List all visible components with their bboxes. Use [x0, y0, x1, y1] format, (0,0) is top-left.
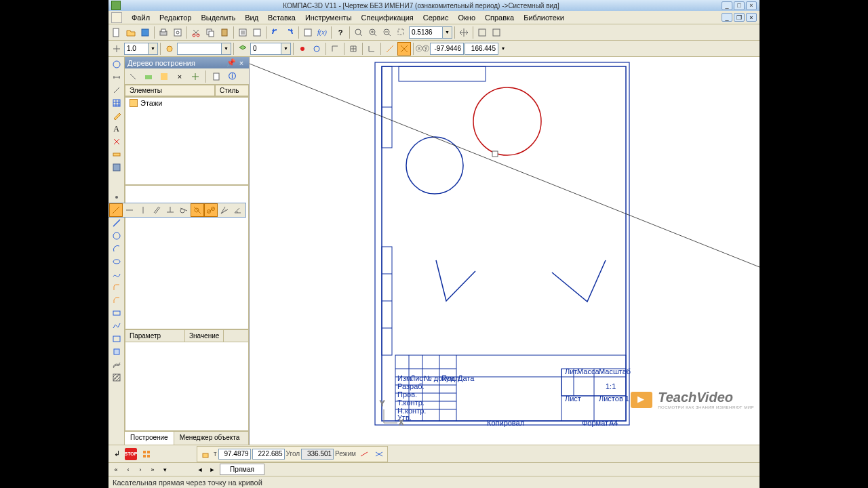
aux-horizontal-line[interactable] [123, 203, 136, 217]
lcs-button[interactable] [365, 42, 378, 56]
ortho-button[interactable] [328, 42, 342, 56]
manager-button[interactable] [301, 26, 315, 39]
panel-btn-3[interactable] [157, 70, 171, 83]
snap-button-1[interactable] [296, 42, 309, 56]
zoom-fit-button[interactable] [352, 26, 366, 39]
layer-combo[interactable]: ▼ [250, 43, 291, 55]
nav-first[interactable]: « [111, 465, 121, 474]
panel-btn-6[interactable] [210, 70, 223, 83]
redo-button[interactable] [283, 26, 296, 39]
zoom-input[interactable] [409, 26, 443, 39]
layer-input[interactable] [250, 43, 281, 55]
doc-close-button[interactable]: × [746, 13, 757, 22]
geometry-tool[interactable] [110, 58, 123, 70]
tree-col-style[interactable]: Стиль [215, 85, 249, 96]
layer-button[interactable] [236, 42, 250, 56]
chamfer-tool[interactable] [110, 294, 123, 306]
state-button-1[interactable] [163, 42, 176, 56]
point1-lock-button[interactable] [199, 447, 212, 461]
nav-last[interactable]: » [148, 465, 157, 474]
param-col-value[interactable]: Значение [185, 330, 224, 342]
spline-tool[interactable] [110, 268, 123, 281]
refresh-button[interactable] [475, 26, 489, 39]
t1-input[interactable] [218, 449, 251, 460]
edit-tool[interactable] [110, 110, 123, 122]
param-tool[interactable] [110, 136, 123, 148]
point-tool[interactable] [110, 191, 123, 203]
track-button-2[interactable] [397, 42, 411, 56]
menu-tools[interactable]: Инструменты [301, 12, 356, 23]
cut-button[interactable] [189, 26, 203, 39]
t2-input[interactable] [252, 449, 285, 460]
nav-prev[interactable]: ‹ [123, 465, 133, 474]
auto-create-button[interactable] [140, 447, 153, 461]
panel-delete-button[interactable]: × [173, 70, 186, 83]
mode-button-2[interactable] [372, 447, 386, 461]
mode-button-1[interactable] [357, 447, 371, 461]
zoom-out-button[interactable] [380, 26, 394, 39]
scale-combo[interactable]: ▼ [124, 43, 158, 55]
maximize-button[interactable]: □ [734, 1, 745, 10]
aux-arbitrary-line[interactable] [109, 203, 123, 217]
panel-pin-button[interactable]: 📌 [226, 58, 236, 67]
aux-angle-line[interactable] [231, 203, 245, 217]
panel-btn-1[interactable] [126, 70, 140, 83]
panel-tab-build[interactable]: Построение [125, 432, 174, 445]
circle-tool[interactable] [110, 230, 123, 242]
menu-help[interactable]: Справка [481, 12, 518, 23]
menu-file[interactable]: Файл [127, 12, 154, 23]
copy-props-button[interactable] [250, 26, 264, 39]
menu-insert[interactable]: Вставка [264, 12, 300, 23]
zoom-in-button[interactable] [366, 26, 380, 39]
param-col-param[interactable]: Параметр [125, 330, 185, 342]
close-button[interactable]: × [746, 1, 757, 10]
open-button[interactable] [124, 26, 138, 39]
create-object-button[interactable]: ↲ [111, 449, 122, 460]
arc-tool[interactable] [110, 243, 123, 255]
drawing-canvas[interactable]: Лит.МассаМасштаб 1:1 ЛистЛистов 1 Копиро… [250, 57, 760, 445]
contour-tool[interactable] [110, 346, 123, 358]
line-tool[interactable] [110, 217, 123, 229]
preview-button[interactable] [171, 26, 184, 39]
menu-service[interactable]: Сервис [419, 12, 453, 23]
aux-tangent-ext-line[interactable] [177, 203, 191, 217]
state-input[interactable] [177, 43, 222, 55]
menu-view[interactable]: Вид [241, 12, 262, 23]
new-button[interactable] [110, 26, 123, 39]
scroll-right[interactable]: ► [208, 465, 217, 474]
variables-button[interactable]: f(x) [315, 26, 329, 39]
tangent-point-marker[interactable] [492, 151, 498, 157]
track-button-1[interactable] [383, 42, 397, 56]
document-tab[interactable]: Прямая [220, 464, 264, 475]
minimize-button[interactable]: _ [722, 1, 732, 10]
select-tool[interactable] [110, 161, 123, 174]
undo-button[interactable] [269, 26, 282, 39]
cursor-x-input[interactable] [430, 43, 464, 55]
coord-menu-button[interactable]: ▾ [499, 42, 507, 56]
scale-input[interactable] [124, 43, 149, 55]
text-tool[interactable]: A [110, 123, 123, 135]
symbols-tool[interactable] [110, 84, 123, 96]
grid-step-button[interactable] [110, 42, 123, 56]
tree-item[interactable]: Этажи [125, 98, 248, 108]
save-button[interactable] [138, 26, 152, 39]
dimensions-tool[interactable] [110, 71, 123, 83]
help-button[interactable]: ? [334, 26, 347, 39]
panel-btn-2[interactable] [142, 70, 155, 83]
rect2-tool[interactable] [110, 333, 123, 345]
aux-bisector-line[interactable] [218, 203, 231, 217]
hatch-tool[interactable] [110, 371, 123, 384]
measure-tool[interactable] [110, 148, 123, 161]
panel-close-button[interactable]: × [237, 58, 246, 67]
copy-button[interactable] [203, 26, 217, 39]
scale-dropdown-arrow[interactable]: ▼ [149, 43, 158, 55]
aux-tangent-point-line[interactable] [191, 203, 204, 217]
zoom-combo[interactable]: ▼ [409, 26, 452, 39]
polyline-tool[interactable] [110, 320, 123, 332]
properties-button[interactable] [236, 26, 250, 39]
rect-tool[interactable] [110, 307, 123, 319]
aux-parallel-line[interactable] [150, 203, 163, 217]
equidistant-tool[interactable] [110, 359, 123, 371]
menu-select[interactable]: Выделить [197, 12, 239, 23]
aux-tangent-2curves-line[interactable] [204, 203, 218, 217]
